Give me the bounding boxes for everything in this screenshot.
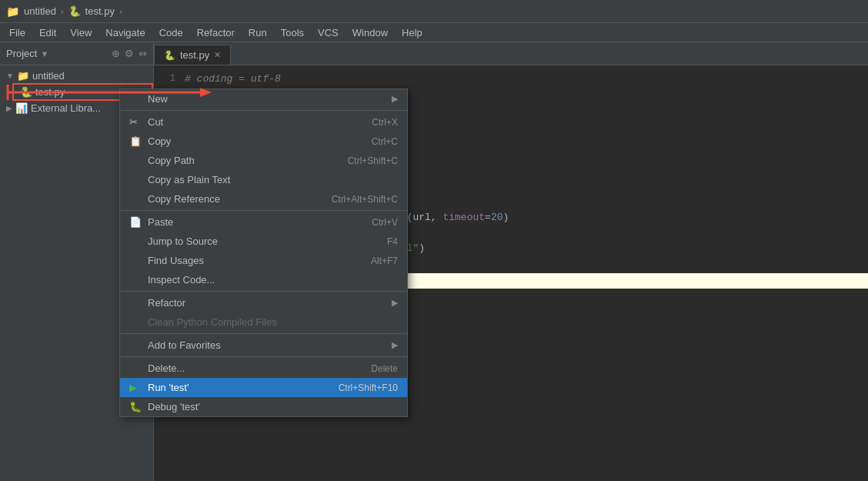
menu-window[interactable]: Window [346,25,394,40]
ctx-sep1 [120,110,407,111]
menu-file[interactable]: File [3,25,32,40]
menu-refactor[interactable]: Refactor [191,25,241,40]
sidebar-project-label: Project [6,48,37,59]
ctx-delete[interactable]: Delete... Delete [120,359,407,378]
menu-edit[interactable]: Edit [33,25,62,40]
breadcrumb: 📁 untitled › 🐍 test.py › [6,5,122,18]
ctx-copy[interactable]: 📋 Copy Ctrl+C [120,132,407,151]
ctx-refactor[interactable]: Refactor ▶ [120,293,407,312]
chevron-right-icon: ▶ [6,104,12,112]
sidebar-item-untitled[interactable]: ▼ 📁 untitled [0,68,153,83]
sidebar-item-label-testpy: test.py [35,86,65,98]
ctx-delete-label: Delete... [148,362,185,374]
tab-close-button[interactable]: ✕ [214,50,221,60]
locate-icon[interactable]: ⊕ [112,48,120,59]
tab-python-icon: 🐍 [164,50,175,61]
library-icon: 📊 [15,102,28,114]
ctx-copy-path[interactable]: Copy Path Ctrl+Shift+C [120,151,407,170]
ctx-copy-plain-label: Copy as Plain Text [148,174,230,185]
sidebar-item-label-extlibs: External Libra... [31,102,101,114]
ctx-delete-shortcut: Delete [371,363,398,374]
ctx-refactor-label: Refactor [148,297,185,309]
tab-label: test.py [180,49,209,61]
ctx-copy-reference-label: Copy Reference [148,193,220,205]
ctx-copy-ref-shortcut: Ctrl+Alt+Shift+C [332,194,398,205]
sidebar-dropdown-icon[interactable]: ▼ [40,49,48,58]
code-line-1: 1 # coding = utf-8 [154,73,868,89]
file-name: test.py [85,5,115,17]
ctx-debug-test[interactable]: 🐛 Debug 'test' [120,397,407,416]
ctx-find-usages[interactable]: Find Usages Alt+F7 [120,251,407,270]
ctx-new-label: New [148,93,168,105]
ctx-add-favorites-label: Add to Favorites [148,339,221,351]
run-icon: ▶ [129,382,143,393]
ctx-add-favorites[interactable]: Add to Favorites ▶ [120,336,407,355]
ctx-cut-label: Cut [148,116,163,128]
folder-icon: 📁 [6,5,19,18]
paste-icon: 📄 [129,216,143,228]
editor-tabs: 🐍 test.py ✕ [154,42,868,65]
ctx-copy-reference[interactable]: Copy Reference Ctrl+Alt+Shift+C [120,189,407,209]
sidebar-toolbar-icons: ⊕ ⚙ ⇔ [112,48,147,59]
cut-icon: ✂ [129,116,143,128]
ctx-copy-path-shortcut: Ctrl+Shift+C [348,155,398,166]
menu-bar: File Edit View Navigate Code Refactor Ru… [0,23,868,42]
ctx-jump-source-shortcut: F4 [387,236,398,247]
ctx-copy-path-label: Copy Path [148,155,195,166]
ctx-clean-python: Clean Python Compiled Files [120,312,407,332]
ctx-cut[interactable]: ✂ Cut Ctrl+X [120,112,407,132]
chevron-down-icon: ▼ [6,72,14,80]
menu-code[interactable]: Code [153,25,189,40]
ctx-run-test-label: Run 'test' [148,382,189,393]
ctx-copy-shortcut: Ctrl+C [372,136,398,147]
ctx-paste-shortcut: Ctrl+V [372,217,398,228]
ctx-new[interactable]: New ▶ [120,89,407,109]
copy-icon: 📋 [129,135,143,147]
submenu-arrow-new: ▶ [392,94,398,104]
ctx-sep3 [120,291,407,292]
ctx-find-usages-shortcut: Alt+F7 [371,256,398,266]
ctx-sep2 [120,210,407,211]
ctx-clean-python-label: Clean Python Compiled Files [148,316,277,328]
python-file-icon: 🐍 [20,86,32,98]
project-name: untitled [24,5,56,17]
menu-run[interactable]: Run [242,25,273,40]
breadcrumb-sep: › [61,7,64,16]
tab-testpy[interactable]: 🐍 test.py ✕ [154,45,231,65]
ctx-inspect-code[interactable]: Inspect Code... [120,270,407,289]
submenu-arrow-refactor: ▶ [392,298,398,308]
submenu-arrow-favorites: ▶ [392,340,398,350]
debug-icon: 🐛 [129,401,143,413]
ctx-inspect-code-label: Inspect Code... [148,274,215,286]
sidebar-item-label-untitled: untitled [32,70,65,82]
ctx-copy-label: Copy [148,135,171,147]
ctx-run-test[interactable]: ▶ Run 'test' Ctrl+Shift+F10 [120,378,407,397]
menu-vcs[interactable]: VCS [312,25,345,40]
file-icon: 🐍 [68,5,81,17]
ctx-jump-source[interactable]: Jump to Source F4 [120,232,407,251]
ctx-debug-test-label: Debug 'test' [148,401,200,413]
ctx-run-test-shortcut: Ctrl+Shift+F10 [339,382,398,393]
ctx-sep5 [120,356,407,357]
breadcrumb-sep2: › [119,7,122,16]
menu-help[interactable]: Help [396,25,429,40]
ctx-find-usages-label: Find Usages [148,255,204,266]
menu-view[interactable]: View [64,25,98,40]
ctx-copy-plain[interactable]: Copy as Plain Text [120,170,407,189]
context-menu: New ▶ ✂ Cut Ctrl+X 📋 Copy Ctrl+C Copy Pa… [119,89,408,417]
ctx-paste[interactable]: 📄 Paste Ctrl+V [120,212,407,232]
title-bar: 📁 untitled › 🐍 test.py › [0,0,868,23]
settings-icon[interactable]: ⚙ [125,48,134,59]
ctx-cut-shortcut: Ctrl+X [372,117,398,128]
expand-icon[interactable]: ⇔ [139,48,147,59]
folder-icon: 📁 [17,70,29,82]
ctx-paste-label: Paste [148,216,173,228]
sidebar-toolbar: Project ▼ ⊕ ⚙ ⇔ [0,42,153,65]
ctx-sep4 [120,333,407,334]
menu-tools[interactable]: Tools [275,25,310,40]
menu-navigate[interactable]: Navigate [99,25,151,40]
ctx-jump-source-label: Jump to Source [148,235,218,247]
